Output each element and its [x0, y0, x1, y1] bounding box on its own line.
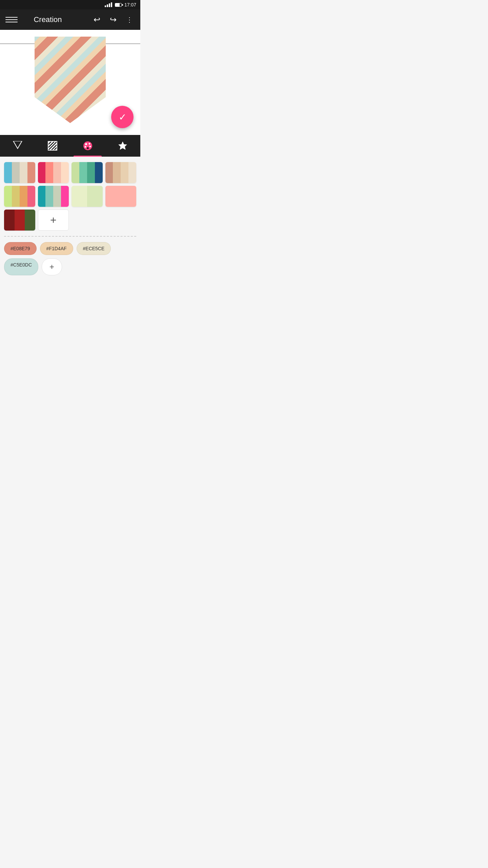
- svg-point-2: [88, 143, 90, 145]
- battery-icon: [115, 3, 122, 7]
- check-icon: ✓: [119, 112, 126, 123]
- palette-divider: [4, 236, 136, 237]
- add-chip-icon: +: [49, 262, 54, 272]
- color-chips: #E08E79 #F1D4AF #ECE5CE #C5E0DC +: [4, 242, 136, 275]
- add-color-chip-button[interactable]: +: [42, 258, 62, 275]
- color-chip-1[interactable]: #E08E79: [4, 242, 37, 255]
- more-options-button[interactable]: ⋮: [124, 14, 135, 25]
- color-chip-2[interactable]: #F1D4AF: [40, 242, 73, 255]
- shape-icon: [13, 141, 22, 151]
- swatch-card-4[interactable]: [105, 162, 137, 183]
- swatch-card-6[interactable]: [38, 186, 69, 207]
- signal-icon: [105, 2, 112, 7]
- undo-button[interactable]: ↩: [92, 14, 102, 25]
- tab-shape[interactable]: [0, 135, 35, 157]
- swatch-card-5[interactable]: [4, 186, 35, 207]
- swatch-card-8[interactable]: [105, 186, 137, 207]
- app-bar: Creation ↩ ↪ ⋮: [0, 9, 140, 30]
- palette-icon: [83, 141, 93, 151]
- swatch-card-2[interactable]: [38, 162, 69, 183]
- svg-point-4: [84, 146, 86, 148]
- color-chip-3[interactable]: #ECE5CE: [77, 242, 111, 255]
- tab-favorites[interactable]: [105, 135, 141, 157]
- svg-point-5: [87, 147, 89, 149]
- color-chip-4[interactable]: #C5E0DC: [4, 258, 38, 275]
- pennant-container: [35, 37, 106, 123]
- swatch-card-1[interactable]: [4, 162, 35, 183]
- add-palette-button[interactable]: +: [38, 210, 69, 231]
- swatch-card-9[interactable]: [4, 210, 35, 231]
- swatches-grid-row3: +: [4, 210, 136, 231]
- page-title: Creation: [23, 15, 73, 24]
- palette-section: + #E08E79 #F1D4AF #ECE5CE #C5E0DC +: [0, 157, 140, 281]
- swatch-card-3[interactable]: [72, 162, 103, 183]
- status-bar: 17:07: [0, 0, 140, 9]
- confirm-fab-button[interactable]: ✓: [111, 106, 134, 128]
- pennant: [35, 37, 106, 123]
- pennant-stripes: [35, 37, 106, 123]
- app-bar-actions: ↩ ↪ ⋮: [92, 14, 135, 25]
- tab-palette[interactable]: [70, 135, 105, 157]
- canvas-area: ✓: [0, 30, 140, 135]
- svg-point-3: [89, 146, 91, 147]
- svg-marker-6: [119, 142, 127, 150]
- status-time: 17:07: [124, 2, 136, 7]
- redo-button[interactable]: ↪: [108, 14, 119, 25]
- svg-point-1: [85, 143, 87, 145]
- favorites-icon: [118, 141, 128, 151]
- bottom-toolbar: [0, 135, 140, 157]
- swatches-grid: [4, 162, 136, 207]
- add-palette-icon: +: [50, 214, 57, 226]
- menu-button[interactable]: [5, 17, 18, 22]
- pattern-icon: [48, 141, 57, 151]
- tab-pattern[interactable]: [35, 135, 70, 157]
- swatch-card-7[interactable]: [72, 186, 103, 207]
